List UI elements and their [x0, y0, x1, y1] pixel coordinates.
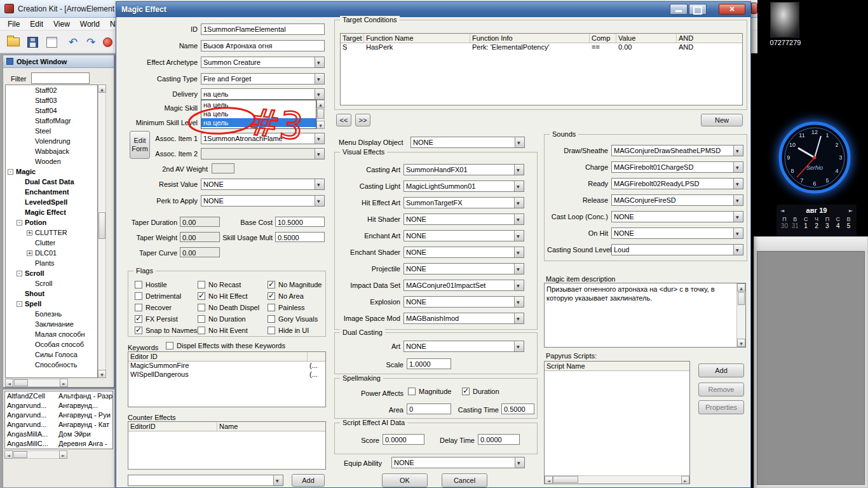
- area-input[interactable]: 0: [407, 403, 451, 414]
- keyword-row[interactable]: MagicSummonFire(...: [128, 362, 325, 370]
- dropdown-arrow-icon[interactable]: [315, 57, 324, 67]
- tree-item[interactable]: Shout: [6, 288, 97, 299]
- dropdown-arrow-icon[interactable]: [315, 196, 324, 206]
- column-header[interactable]: Value: [616, 34, 677, 43]
- tree-item[interactable]: StaffofMagr: [6, 116, 97, 126]
- dual-scale-input[interactable]: 1.0000: [407, 358, 451, 369]
- checkbox[interactable]: [166, 342, 173, 349]
- flag-painless[interactable]: Painless: [268, 304, 329, 311]
- new-condition-button[interactable]: New: [701, 114, 743, 126]
- skill-usage-mult-input[interactable]: 0.5000: [275, 232, 325, 242]
- ok-button[interactable]: OK: [382, 473, 428, 487]
- papyrus-properties-button[interactable]: Properties: [698, 400, 744, 414]
- scroll-up-icon[interactable]: [98, 85, 106, 93]
- dispel-keywords-checkbox[interactable]: Dispel Effects with these Keywords: [166, 342, 285, 349]
- background-window[interactable]: [754, 236, 868, 488]
- scroll-left-icon[interactable]: [4, 451, 13, 459]
- taper-curve-input[interactable]: 0.00: [180, 247, 220, 257]
- column-header[interactable]: Editor ID: [128, 352, 308, 361]
- tree-item-magic-effect[interactable]: Magic Effect: [6, 207, 97, 217]
- cancel-button[interactable]: Cancel: [442, 473, 487, 487]
- flag-no-hit-event[interactable]: No Hit Event: [198, 327, 268, 334]
- checkbox[interactable]: [135, 304, 142, 311]
- delay-time-input[interactable]: 0.0000: [478, 434, 520, 445]
- menu-display-object-select[interactable]: NONE: [410, 137, 525, 148]
- casting-time-input[interactable]: 0.5000: [501, 403, 534, 414]
- cell-row[interactable]: Angarvund...Ангарвунд - Руи: [5, 410, 112, 420]
- tree-item[interactable]: +DLC01: [6, 248, 97, 258]
- cell-row[interactable]: Angarvund...Ангарвунд...: [5, 401, 112, 410]
- id-input[interactable]: 1SummonFlameElemental: [201, 24, 325, 35]
- tree-item[interactable]: Staff02: [6, 85, 97, 95]
- cell-row[interactable]: AngasMillC...Деревня Анга -: [5, 439, 112, 449]
- expander-icon[interactable]: +: [27, 230, 32, 236]
- projectile-select[interactable]: NONE: [403, 263, 524, 274]
- add-counter-effect-button[interactable]: Add: [292, 474, 325, 487]
- scroll-thumb[interactable]: [738, 292, 745, 305]
- score-input[interactable]: 0.0000: [383, 434, 424, 445]
- keyword-row[interactable]: WISpellDangerous(...: [128, 370, 325, 379]
- tree-vertical-scrollbar[interactable]: [98, 85, 106, 378]
- flag-no-duration[interactable]: No Duration: [198, 315, 268, 323]
- toolbar-redo-icon[interactable]: [83, 34, 99, 50]
- maximize-button[interactable]: [689, 4, 707, 15]
- 2nd-av-weight-input[interactable]: [212, 163, 234, 173]
- dialog-title-bar[interactable]: Magic Effect: [116, 2, 750, 17]
- filter-input[interactable]: [31, 72, 90, 84]
- papyrus-add-button[interactable]: Add: [698, 363, 744, 377]
- assoc-item-1-select[interactable]: 1SummonAtronachFlame: [201, 133, 325, 144]
- scroll-thumb[interactable]: [13, 451, 27, 458]
- flag-no-area[interactable]: No Area: [268, 292, 329, 300]
- ck-close-button[interactable]: [751, 3, 757, 14]
- dropdown-scrollbar[interactable]: [316, 100, 325, 129]
- casting-light-select[interactable]: MagicLightSummon01: [403, 180, 524, 192]
- condition-row[interactable]: S HasPerk Perk: 'ElementalPotency' == 0.…: [341, 43, 742, 52]
- column-header[interactable]: Function Info: [470, 34, 590, 43]
- scroll-down-icon[interactable]: [98, 370, 106, 378]
- duration-checkbox[interactable]: Duration: [462, 388, 499, 395]
- dropdown-arrow-icon[interactable]: [733, 212, 743, 222]
- dropdown-arrow-icon[interactable]: [315, 179, 324, 189]
- checkbox[interactable]: [268, 327, 275, 334]
- papyrus-horizontal-scrollbar[interactable]: [545, 475, 689, 484]
- cell-row[interactable]: Angarvund...Ангарвунд - Кат: [5, 420, 112, 430]
- tree-item[interactable]: Scroll: [6, 278, 97, 288]
- scroll-thumb[interactable]: [553, 476, 578, 483]
- cell-row[interactable]: AngasMillA...Дом Эйри: [5, 430, 112, 439]
- minimize-button[interactable]: [670, 4, 688, 15]
- base-cost-input[interactable]: 10.5000: [275, 217, 325, 227]
- charge-select[interactable]: MAGFirebolt01ChargeSD: [611, 161, 743, 173]
- condition-prev-button[interactable]: <<: [336, 114, 351, 126]
- checkbox[interactable]: [268, 315, 275, 323]
- dropdown-arrow-icon[interactable]: [514, 198, 524, 208]
- equip-ability-select[interactable]: NONE: [391, 457, 525, 468]
- name-input[interactable]: Вызов Атронаха огня: [201, 40, 325, 51]
- tree-horizontal-scrollbar[interactable]: [5, 379, 68, 387]
- delivery-option-selected[interactable]: на цель: [201, 118, 316, 127]
- checkbox[interactable]: [408, 388, 416, 395]
- column-header[interactable]: [308, 352, 325, 361]
- tree-item[interactable]: LeveledSpell: [6, 197, 97, 207]
- checkbox[interactable]: [268, 304, 275, 311]
- effect-archetype-select[interactable]: Summon Creature: [201, 57, 325, 68]
- checkbox[interactable]: [198, 292, 205, 300]
- menu-edit[interactable]: Edit: [25, 20, 48, 29]
- dropdown-arrow-icon[interactable]: [514, 280, 524, 290]
- column-header[interactable]: Function Name: [364, 34, 470, 43]
- dropdown-arrow-icon[interactable]: [315, 89, 324, 99]
- dual-art-select[interactable]: NONE: [403, 341, 524, 352]
- flag-gory-visuals[interactable]: Gory Visuals: [268, 315, 329, 323]
- checkbox[interactable]: [135, 281, 142, 288]
- dropdown-arrow-icon[interactable]: [515, 458, 524, 468]
- scroll-up-icon[interactable]: [737, 283, 745, 292]
- dropdown-arrow-icon[interactable]: [733, 245, 743, 255]
- assoc-item-2-select[interactable]: [201, 148, 325, 159]
- toolbar-undo-icon[interactable]: [65, 34, 81, 50]
- checkbox[interactable]: [198, 327, 205, 334]
- ready-select[interactable]: MAGFirebolt02ReadyLPSD: [611, 178, 743, 189]
- dropdown-arrow-icon[interactable]: [514, 264, 524, 274]
- dropdown-arrow-icon[interactable]: [273, 475, 283, 485]
- menu-file[interactable]: File: [3, 20, 25, 29]
- tree-item[interactable]: Volendrung: [6, 136, 97, 146]
- flag-no-recast[interactable]: No Recast: [198, 281, 268, 288]
